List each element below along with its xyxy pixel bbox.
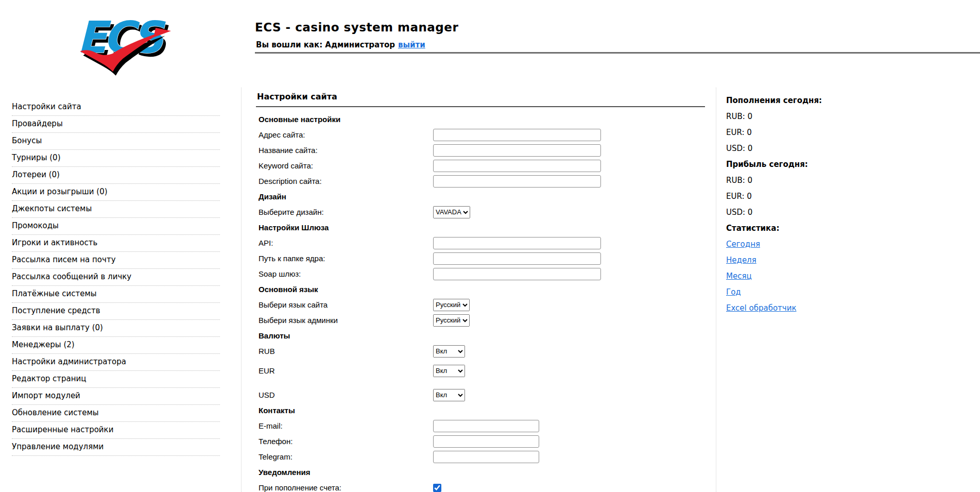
sidebar-item[interactable]: Обновление системы (12, 405, 220, 422)
divider-sidebar-main (241, 88, 242, 492)
soap-gateway-input[interactable] (433, 268, 601, 280)
sidebar-item[interactable]: Рассылка писем на почту (12, 252, 220, 269)
sidebar-nav: Настройки сайтаПровайдерыБонусыТурниры (… (12, 99, 220, 456)
form-section-header: Контакты (256, 404, 705, 417)
form-section-header: Основные настройки (256, 113, 705, 126)
form-row: Soap шлюз: (256, 267, 705, 280)
field-label: Адрес сайта: (259, 130, 433, 139)
field-label: Телефон: (259, 437, 433, 446)
sidebar-item[interactable]: Поступление средств (12, 303, 220, 320)
form-row: RUBВкл (256, 345, 705, 358)
sidebar-item[interactable]: Промокоды (12, 218, 220, 235)
telegram-input[interactable] (433, 451, 539, 463)
logout-link[interactable]: выйти (398, 40, 425, 49)
sidebar-item[interactable]: Менеджеры (2) (12, 337, 220, 354)
sidebar-item[interactable]: Настройки администратора (12, 354, 220, 371)
stat-value: EUR: 0 (726, 191, 860, 202)
form-row: Telegram: (256, 450, 705, 463)
sidebar-item[interactable]: Бонусы (12, 133, 220, 150)
field-label: Путь к папке ядра: (259, 254, 433, 263)
form-row: USDВкл (256, 388, 705, 401)
stats-panel: Пополнения сегодня:RUB: 0EUR: 0USD: 0При… (726, 95, 860, 318)
site-language-select[interactable]: Русский (433, 299, 470, 311)
stat-value: EUR: 0 (726, 127, 860, 138)
api-input[interactable] (433, 237, 601, 249)
core-folder-path-input[interactable] (433, 252, 601, 265)
field-label: Keyword сайта: (259, 161, 433, 170)
site-description-input[interactable] (433, 175, 601, 188)
stat-value: RUB: 0 (726, 175, 860, 186)
sidebar-item[interactable]: Настройки сайта (12, 99, 220, 116)
sidebar-item[interactable]: Лотереи (0) (12, 167, 220, 184)
app-title: ECS - casino system manager (255, 21, 458, 34)
form-row: Название сайта: (256, 144, 705, 157)
site-settings-form: Основные настройкиАдрес сайта:Название с… (256, 113, 705, 492)
form-row: EURВкл (256, 364, 705, 377)
ecs-logo-image: ECS ECS (70, 8, 172, 79)
form-row: Адрес сайта: (256, 128, 705, 141)
field-label: Description сайта: (259, 177, 433, 185)
sidebar-item[interactable]: Редактор страниц (12, 371, 220, 388)
form-row: Путь к папке ядра: (256, 252, 705, 265)
form-row: API: (256, 236, 705, 249)
sidebar-item[interactable]: Джекпоты системы (12, 201, 220, 218)
currency-rub-select[interactable]: Вкл (433, 345, 465, 358)
main-panel-divider (256, 106, 705, 107)
sidebar-item[interactable]: Турниры (0) (12, 150, 220, 167)
field-label: Выбери язык админки (259, 316, 433, 325)
email-input[interactable] (433, 420, 539, 432)
design-select[interactable]: VAVADA (433, 206, 470, 218)
field-label: Выберите дизайн: (259, 208, 433, 216)
sidebar-item[interactable]: Управление модулями (12, 439, 220, 456)
form-row: Выбери язык сайтаРусский (256, 298, 705, 311)
sidebar-item[interactable]: Платёжные системы (12, 286, 220, 303)
stats-month-link[interactable]: Месяц (726, 272, 752, 281)
field-label: Выбери язык сайта (259, 300, 433, 309)
login-status: Вы вошли как: Администраторвыйти (256, 40, 425, 49)
stat-header: Статистика: (726, 223, 860, 234)
currency-eur-select[interactable]: Вкл (433, 365, 465, 377)
ecs-logo: ECS ECS (70, 8, 172, 79)
login-status-text: Вы вошли как: Администратор (256, 40, 395, 49)
site-name-input[interactable] (433, 144, 601, 157)
stat-link-row: Сегодня (726, 239, 860, 250)
sidebar-item[interactable]: Игроки и активность (12, 235, 220, 252)
stats-week-link[interactable]: Неделя (726, 256, 757, 265)
sidebar-item[interactable]: Провайдеры (12, 116, 220, 133)
form-section-header: Уведомления (256, 466, 705, 479)
field-label: Soap шлюз: (259, 269, 433, 278)
stat-link-row: Неделя (726, 255, 860, 266)
currency-usd-select[interactable]: Вкл (433, 389, 465, 401)
stat-header: Пополнения сегодня: (726, 95, 860, 106)
stat-value: RUB: 0 (726, 111, 860, 122)
site-keyword-input[interactable] (433, 160, 601, 172)
form-row: Телефон: (256, 435, 705, 448)
stat-value: USD: 0 (726, 143, 860, 154)
divider-main-stats (716, 88, 716, 492)
sidebar-item[interactable]: Рассылка сообщений в личку (12, 269, 220, 286)
field-label: RUB (259, 347, 433, 355)
form-row: При пополнение счета: (256, 481, 705, 492)
stats-today-link[interactable]: Сегодня (726, 240, 760, 249)
form-row: Выберите дизайн:VAVADA (256, 206, 705, 218)
sidebar-item[interactable]: Расширенные настройки (12, 422, 220, 439)
stat-link-row: Год (726, 286, 860, 298)
main-panel-title: Настройки сайта (256, 92, 705, 101)
sidebar-item[interactable]: Импорт модулей (12, 388, 220, 405)
field-label: Название сайта: (259, 146, 433, 155)
form-row: E-mail: (256, 419, 705, 432)
sidebar-item[interactable]: Заявки на выплату (0) (12, 320, 220, 337)
sidebar-item[interactable]: Акции и розыгрыши (0) (12, 184, 220, 201)
stats-excel-link[interactable]: Excel обработчик (726, 303, 796, 313)
stats-year-link[interactable]: Год (726, 287, 741, 297)
form-section-header: Настройки Шлюза (256, 221, 705, 234)
form-section-header: Основной язык (256, 283, 705, 296)
form-section-header: Дизайн (256, 190, 705, 203)
phone-input[interactable] (433, 435, 539, 448)
notify-on-deposit-checkbox[interactable] (433, 484, 441, 492)
form-row: Keyword сайта: (256, 159, 705, 172)
field-label: EUR (259, 366, 433, 375)
field-label: При пополнение счета: (259, 483, 433, 492)
admin-language-select[interactable]: Русский (433, 314, 470, 327)
site-address-input[interactable] (433, 129, 601, 141)
